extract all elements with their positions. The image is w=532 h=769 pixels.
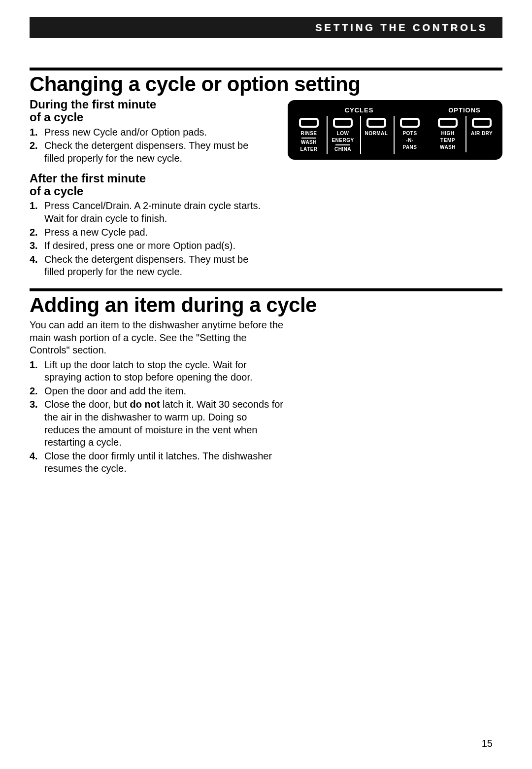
subhead-during: During the first minute of a cycle xyxy=(30,98,268,124)
cycles-group: CYCLES RINSEWASHLATERLOWENERGYCHINANORMA… xyxy=(293,105,425,154)
cycles-row: RINSEWASHLATERLOWENERGYCHINANORMALPOTS-N… xyxy=(293,116,425,154)
option-pad-0[interactable]: HIGHTEMPWASH xyxy=(432,116,464,152)
num: 1. xyxy=(30,359,40,384)
num: 2. xyxy=(30,226,40,239)
divider xyxy=(30,288,502,291)
list-item: 3. Close the door, but do not latch it. … xyxy=(30,398,284,449)
subhead-after-line2: of a cycle xyxy=(30,184,83,198)
options-group: OPTIONS HIGHTEMPWASHAIR DRY xyxy=(432,105,497,154)
cycle-pad-2[interactable]: NORMAL xyxy=(360,116,392,154)
num: 3. xyxy=(30,398,40,449)
list-adding: 1. Lift up the door latch to stop the cy… xyxy=(30,359,284,475)
divider xyxy=(30,68,502,70)
num: 4. xyxy=(30,253,40,279)
list-item: 1. Lift up the door latch to stop the cy… xyxy=(30,359,284,384)
pad-icon xyxy=(366,118,386,128)
list-item: 2. Open the door and add the item. xyxy=(30,385,284,398)
txt: Open the door and add the item. xyxy=(44,385,284,398)
seg: Close the door, but xyxy=(44,399,130,410)
num: 2. xyxy=(30,385,40,398)
txt: Close the door firmly until it latches. … xyxy=(44,450,284,475)
list-item: 3. If desired, press one or more Option … xyxy=(30,240,268,252)
txt: Check the detergent dispensers. They mus… xyxy=(44,253,268,279)
options-title: OPTIONS xyxy=(432,105,497,116)
list-item: 4. Check the detergent dispensers. They … xyxy=(30,253,268,279)
num: 1. xyxy=(30,200,40,225)
list-item: 2. Press a new Cycle pad. xyxy=(30,226,268,239)
list-item: 1. Press Cancel/Drain. A 2-minute drain … xyxy=(30,200,268,225)
subhead-after: After the first minute of a cycle xyxy=(30,172,268,198)
subhead-after-line1: After the first minute xyxy=(30,172,146,185)
list-after: 1. Press Cancel/Drain. A 2-minute drain … xyxy=(30,200,268,279)
pad-label: NORMAL xyxy=(365,131,388,137)
pad-icon xyxy=(333,118,353,128)
pad-icon xyxy=(299,118,319,128)
adding-intro: You can add an item to the dishwasher an… xyxy=(30,319,284,357)
txt: Close the door, but do not latch it. Wai… xyxy=(44,398,284,449)
list-during: 1. Press new Cycle and/or Option pads. 2… xyxy=(30,126,268,165)
cycle-pad-0[interactable]: RINSEWASHLATER xyxy=(293,116,325,154)
header-title: SETTING THE CONTROLS xyxy=(315,22,488,34)
pad-label: RINSEWASHLATER xyxy=(300,131,317,152)
num: 1. xyxy=(30,126,40,139)
num: 3. xyxy=(30,240,40,252)
txt: Lift up the door latch to stop the cycle… xyxy=(44,359,284,384)
section-title-adding: Adding an item during a cycle xyxy=(30,293,502,317)
pad-icon xyxy=(472,118,492,128)
pad-icon xyxy=(400,118,420,128)
list-item: 1. Press new Cycle and/or Option pads. xyxy=(30,126,268,139)
num: 4. xyxy=(30,450,40,475)
seg-bold: do not xyxy=(130,399,160,410)
cycles-title: CYCLES xyxy=(293,105,425,116)
options-row: HIGHTEMPWASHAIR DRY xyxy=(432,116,497,152)
txt: If desired, press one or more Option pad… xyxy=(44,240,268,252)
page-number: 15 xyxy=(482,738,493,749)
txt: Press Cancel/Drain. A 2-minute drain cyc… xyxy=(44,200,268,225)
num: 2. xyxy=(30,140,40,165)
cycle-pad-1[interactable]: LOWENERGYCHINA xyxy=(327,116,358,154)
pad-label: POTS-N-PANS xyxy=(402,131,417,150)
txt: Press new Cycle and/or Option pads. xyxy=(44,126,268,139)
list-item: 4. Close the door firmly until it latche… xyxy=(30,450,284,475)
section-title-change: Changing a cycle or option setting xyxy=(30,72,502,96)
pad-label: HIGHTEMPWASH xyxy=(440,131,456,150)
txt: Press a new Cycle pad. xyxy=(44,226,268,239)
header-bar: SETTING THE CONTROLS xyxy=(30,17,502,38)
cycle-pad-3[interactable]: POTS-N-PANS xyxy=(394,116,425,154)
subhead-during-line2: of a cycle xyxy=(30,110,83,124)
pad-label: AIR DRY xyxy=(471,131,493,137)
subhead-during-line1: During the first minute xyxy=(30,98,156,111)
control-panel: CYCLES RINSEWASHLATERLOWENERGYCHINANORMA… xyxy=(288,100,502,160)
txt: Check the detergent dispensers. They mus… xyxy=(44,140,268,165)
option-pad-1[interactable]: AIR DRY xyxy=(466,116,497,152)
list-item: 2. Check the detergent dispensers. They … xyxy=(30,140,268,165)
pad-icon xyxy=(438,118,458,128)
pad-label: LOWENERGYCHINA xyxy=(332,131,354,152)
